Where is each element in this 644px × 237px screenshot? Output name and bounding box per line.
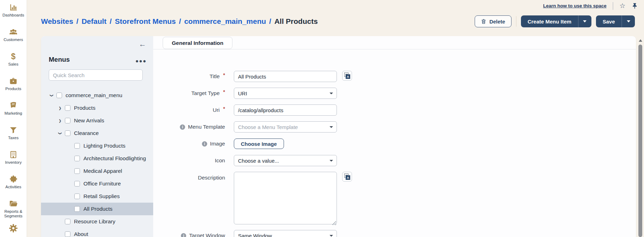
briefcase-icon bbox=[9, 76, 18, 86]
breadcrumb-separator: / bbox=[269, 17, 271, 26]
field-label: Title* bbox=[41, 73, 225, 80]
breadcrumb-link-websites[interactable]: Websites bbox=[41, 17, 73, 26]
delete-button-label: Delete bbox=[489, 19, 505, 25]
form-row-target-type: Target Type* URI bbox=[41, 88, 337, 99]
save-dropdown-toggle[interactable] bbox=[622, 15, 635, 27]
field-label: i Target Window bbox=[41, 232, 225, 237]
divider bbox=[613, 2, 613, 10]
chevron-down-icon bbox=[330, 126, 333, 128]
menus-panel-title: Menus bbox=[49, 56, 70, 63]
bar-chart-icon bbox=[9, 3, 18, 12]
dollar-icon: $ bbox=[9, 52, 18, 61]
sidebar-item-label: Reports & Segments bbox=[1, 209, 26, 218]
breadcrumb-link-commerce-main-menu[interactable]: commerce_main_menu bbox=[184, 17, 266, 26]
target-window-label: Target Window bbox=[189, 232, 225, 237]
tab-divider bbox=[153, 49, 636, 49]
breadcrumb-link-default[interactable]: Default bbox=[82, 17, 107, 26]
chevron-down-icon bbox=[627, 20, 630, 22]
save-split-button: Save bbox=[596, 15, 635, 27]
target-type-select[interactable]: URI bbox=[234, 88, 337, 99]
page-title: All Products bbox=[274, 17, 318, 26]
sidebar-item-activities[interactable]: Activities bbox=[0, 175, 27, 199]
folder-open-icon bbox=[9, 199, 18, 208]
sidebar-item-sales[interactable]: $ Sales bbox=[0, 52, 27, 76]
breadcrumb-separator: / bbox=[179, 17, 181, 26]
main-content-card: ← Menus ●●● ❯ commerce_main_menu ❯ Produ… bbox=[41, 36, 636, 237]
delete-button[interactable]: Delete bbox=[475, 15, 511, 27]
ellipsis-icon[interactable]: ●●● bbox=[135, 58, 147, 64]
target-window-select[interactable]: Same Window bbox=[234, 230, 337, 237]
info-icon[interactable]: i bbox=[180, 124, 185, 130]
resize-handle-icon[interactable] bbox=[332, 221, 336, 225]
field-label: Description bbox=[41, 172, 225, 181]
chevron-down-icon bbox=[330, 160, 333, 162]
required-asterisk: * bbox=[223, 72, 225, 78]
form-row-menu-template: i Menu Template Choose a Menu Template bbox=[41, 121, 337, 133]
description-field[interactable] bbox=[234, 172, 337, 224]
help-link[interactable]: Learn how to use this space bbox=[543, 3, 606, 8]
translate-button[interactable]: A bbox=[342, 71, 352, 81]
tab-general-information[interactable]: General Information bbox=[163, 37, 232, 49]
menu-template-placeholder: Choose a Menu Template bbox=[238, 124, 298, 130]
required-asterisk: * bbox=[223, 106, 225, 111]
uri-label: Uri bbox=[213, 107, 220, 113]
breadcrumb-link-storefront-menus[interactable]: Storefront Menus bbox=[115, 17, 176, 26]
scroll-up-arrow-icon[interactable] bbox=[639, 39, 642, 42]
form-row-uri: Uri* bbox=[41, 104, 337, 116]
scrollbar-thumb[interactable] bbox=[638, 45, 642, 237]
form-row-title: Title* A bbox=[41, 71, 352, 82]
sidebar-item-label: Customers bbox=[4, 38, 23, 42]
target-type-label: Target Type bbox=[191, 90, 220, 96]
sidebar-item-label: Dashboards bbox=[2, 13, 24, 18]
info-icon[interactable]: i bbox=[202, 141, 207, 147]
sidebar-item-inventory[interactable]: Inventory bbox=[0, 150, 27, 175]
breadcrumb-separator: / bbox=[76, 17, 79, 26]
translate-icon-letter: A bbox=[346, 175, 350, 180]
star-favorite-icon[interactable]: ☆ bbox=[619, 2, 625, 9]
form-row-image: i Image Choose Image bbox=[41, 138, 284, 149]
title-field[interactable] bbox=[234, 71, 337, 82]
menu-template-label: Menu Template bbox=[188, 124, 225, 130]
field-label: Uri* bbox=[41, 107, 225, 113]
app-sidebar: Dashboards Customers $ Sales Products Ma… bbox=[0, 0, 27, 237]
sidebar-item-label: Inventory bbox=[5, 160, 21, 165]
breadcrumb: Websites / Default / Storefront Menus / … bbox=[41, 17, 318, 26]
sidebar-item-customers[interactable]: Customers bbox=[0, 27, 27, 52]
sidebar-item-label: Sales bbox=[8, 62, 19, 67]
sidebar-item-reports-segments[interactable]: Reports & Segments bbox=[0, 199, 27, 224]
sidebar-item-taxes[interactable]: Taxes bbox=[0, 126, 27, 150]
translate-button[interactable]: A bbox=[342, 172, 352, 182]
sidebar-item-system[interactable] bbox=[0, 224, 27, 237]
icon-label: Icon bbox=[215, 157, 225, 164]
sidebar-item-label: Products bbox=[5, 87, 21, 91]
info-icon[interactable]: i bbox=[181, 233, 186, 237]
scrollbar[interactable] bbox=[638, 39, 643, 237]
choose-image-button[interactable]: Choose Image bbox=[234, 138, 284, 149]
form-row-description: Description A bbox=[41, 172, 352, 226]
field-label: Icon bbox=[41, 157, 225, 164]
icon-select[interactable]: Choose a value... bbox=[234, 155, 337, 166]
arrow-left-icon[interactable]: ← bbox=[139, 40, 146, 48]
menu-template-select[interactable]: Choose a Menu Template bbox=[234, 121, 337, 133]
trash-icon bbox=[481, 19, 486, 24]
sidebar-item-products[interactable]: Products bbox=[0, 76, 27, 101]
sidebar-item-label: Activities bbox=[5, 185, 21, 189]
create-menu-item-button[interactable]: Create Menu Item bbox=[521, 15, 578, 27]
chevron-down-icon bbox=[330, 235, 333, 237]
required-asterisk: * bbox=[223, 89, 225, 95]
title-label: Title bbox=[210, 73, 220, 80]
gear-icon bbox=[9, 224, 18, 233]
page-actions: Delete Create Menu Item Save bbox=[475, 15, 635, 27]
puzzle-icon bbox=[9, 175, 18, 184]
book-icon bbox=[9, 101, 18, 110]
divider bbox=[516, 16, 516, 27]
uri-field[interactable] bbox=[234, 104, 337, 116]
sidebar-item-dashboards[interactable]: Dashboards bbox=[0, 3, 27, 27]
form-row-target-window: i Target Window Same Window bbox=[41, 230, 337, 237]
pin-icon[interactable] bbox=[632, 3, 638, 9]
people-icon bbox=[9, 27, 18, 36]
create-menu-item-dropdown-toggle[interactable] bbox=[578, 15, 591, 27]
form-row-icon: Icon Choose a value... bbox=[41, 155, 337, 166]
save-button[interactable]: Save bbox=[596, 15, 622, 27]
sidebar-item-marketing[interactable]: Marketing bbox=[0, 101, 27, 126]
